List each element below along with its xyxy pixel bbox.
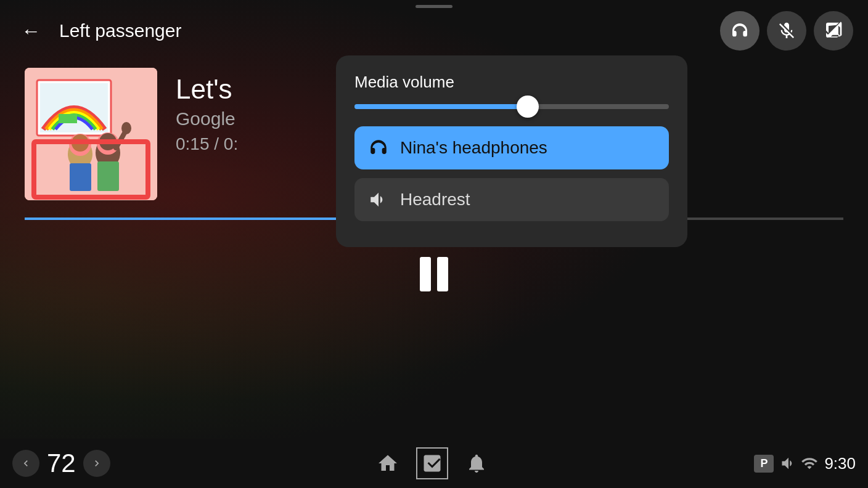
svg-rect-5 [70, 163, 91, 191]
pause-button[interactable] [420, 257, 448, 291]
top-bar-left: ← Left passenger [15, 15, 181, 47]
time-display: 9:30 [824, 454, 856, 473]
mic-off-icon [777, 21, 796, 41]
bottom-nav-right: P 9:30 [754, 454, 856, 473]
mic-off-button[interactable] [767, 11, 806, 51]
notification-button[interactable] [461, 447, 493, 479]
headphones-icon [730, 21, 750, 41]
top-bar-right [720, 11, 853, 51]
volume-label: Media volume [354, 73, 669, 92]
volume-slider-fill [354, 104, 528, 109]
pause-bar-right [437, 257, 448, 291]
speaker-option-icon [368, 189, 389, 210]
park-status: P [754, 455, 774, 473]
volume-slider-thumb [517, 96, 539, 118]
headrest-label: Headrest [400, 190, 470, 209]
bottom-nav-center [372, 447, 493, 479]
volume-slider[interactable] [354, 104, 669, 109]
signal-icon [801, 455, 818, 472]
progress-fill [25, 218, 336, 220]
volume-popup: Media volume Nina's headphones Headrest [336, 55, 687, 247]
ninas-headphones-label: Nina's headphones [400, 138, 547, 158]
status-icons [780, 455, 818, 472]
svg-rect-9 [97, 161, 119, 191]
page-title: Left passenger [59, 20, 181, 41]
bottom-nav: 72 [0, 439, 868, 488]
bottom-nav-left: 72 [12, 449, 110, 478]
volume-status-icon [780, 455, 797, 472]
top-bar: ← Left passenger [0, 0, 868, 62]
headphones-button[interactable] [720, 11, 760, 51]
drawer-button[interactable] [416, 447, 448, 479]
back-arrow-icon: ← [21, 20, 41, 43]
audio-option-ninas-headphones[interactable]: Nina's headphones [354, 126, 669, 169]
headphones-option-icon [368, 137, 389, 158]
back-button[interactable]: ← [15, 15, 47, 47]
screen-off-button[interactable] [814, 11, 853, 51]
audio-option-headrest[interactable]: Headrest [354, 178, 669, 221]
svg-point-12 [121, 122, 131, 134]
svg-rect-3 [59, 114, 77, 123]
playback-controls [0, 257, 868, 291]
screen-off-icon [824, 21, 843, 41]
home-button[interactable] [372, 447, 404, 479]
temp-decrease-button[interactable] [12, 450, 39, 477]
album-art [25, 68, 157, 200]
album-art-image [25, 68, 157, 200]
temp-increase-button[interactable] [83, 450, 110, 477]
temperature-value: 72 [47, 449, 76, 478]
pause-bar-left [420, 257, 431, 291]
